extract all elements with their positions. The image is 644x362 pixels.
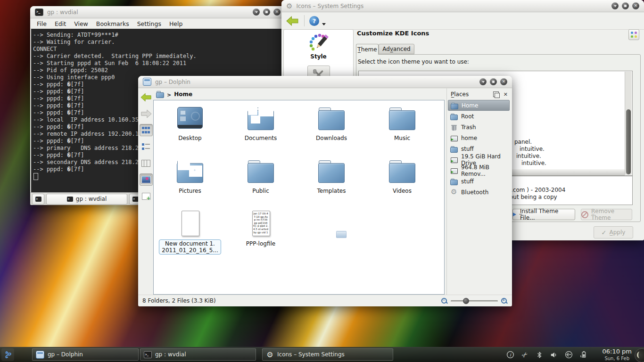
menu-item[interactable]: Edit xyxy=(55,20,66,27)
apply-button[interactable]: ✓ A̲pply xyxy=(594,226,633,239)
file-item[interactable]: Downloads xyxy=(296,103,367,156)
scrollbar[interactable] xyxy=(625,72,632,175)
dolphin-toolbar xyxy=(139,91,153,202)
minimize-button[interactable] xyxy=(611,2,619,9)
terminal-line: --> Carrier detected. Starting PPP immed… xyxy=(33,53,282,60)
dolphin-title: gp – Dolphin xyxy=(155,79,479,85)
file-item[interactable]: Pictures xyxy=(155,156,225,209)
app-launcher-button[interactable] xyxy=(1,348,14,361)
help-button[interactable] xyxy=(309,16,319,26)
close-button[interactable]: ✕ xyxy=(273,8,281,16)
close-panel-icon[interactable]: ✕ xyxy=(504,91,508,98)
panel-cashew-icon[interactable] xyxy=(635,348,644,362)
close-button[interactable]: ✕ xyxy=(500,78,507,85)
detach-panel-icon[interactable] xyxy=(493,91,499,97)
file-item[interactable]: Desktop xyxy=(155,103,225,156)
places-header[interactable]: P̲laces ✕ xyxy=(447,89,511,100)
file-item[interactable]: Public xyxy=(225,156,296,209)
dolphin-icon xyxy=(143,78,151,86)
file-item[interactable]: Templates xyxy=(296,156,367,209)
place-icon xyxy=(451,102,458,109)
file-label: Templates xyxy=(314,187,348,195)
konsole-tab[interactable]: gp : wvdial xyxy=(46,194,127,205)
home-folder-icon[interactable] xyxy=(156,91,164,98)
minimize-button[interactable] xyxy=(479,78,487,85)
checkmark-icon: ✓ xyxy=(602,229,607,236)
menu-item[interactable]: Settings xyxy=(137,20,161,27)
scrollbar-thumb[interactable] xyxy=(626,109,631,174)
tab-theme[interactable]: T̲heme xyxy=(356,44,379,55)
preview-icon xyxy=(141,176,151,183)
folder-view[interactable]: Desktop Documents Downloads Music Pictur… xyxy=(153,100,445,295)
icons-view-button[interactable] xyxy=(140,124,153,136)
place-item[interactable]: Home xyxy=(448,100,510,111)
usb-device-icon[interactable] xyxy=(564,351,573,359)
theme-description-line: out being a copy xyxy=(510,194,557,200)
taskbar-task[interactable]: gp – Dolphin xyxy=(32,348,139,361)
place-item[interactable]: home xyxy=(447,132,511,143)
system-settings-toolbar xyxy=(281,12,644,30)
clock[interactable]: 06:10 pm Sun, 6 Feb xyxy=(602,348,632,362)
install-theme-file-button[interactable]: I̲nstall Theme File... xyxy=(512,209,575,220)
dolphin-titlebar[interactable]: gp – Dolphin ✕ xyxy=(138,76,512,88)
menu-item[interactable]: Bookmarks xyxy=(96,20,129,27)
minimize-button[interactable] xyxy=(253,8,260,16)
taskbar-task[interactable]: Icons – System Settings xyxy=(262,348,393,361)
breadcrumb-home[interactable]: Home xyxy=(174,91,192,98)
menu-item[interactable]: View xyxy=(74,20,88,27)
dolphin-window: gp – Dolphin ✕ Home xyxy=(138,76,512,306)
taskbar-task[interactable]: gp : wvdial xyxy=(140,348,256,361)
details-view-icon xyxy=(142,143,150,150)
place-item[interactable]: Bluetooth xyxy=(447,187,511,197)
preview-button[interactable] xyxy=(140,173,153,186)
konsole-titlebar[interactable]: gp : wvdial ✕ xyxy=(30,6,285,18)
columns-view-button[interactable] xyxy=(140,157,153,169)
system-settings-titlebar[interactable]: ⚙ Icons – System Settings ✕ xyxy=(281,0,644,12)
zoom-out-icon[interactable]: − xyxy=(441,297,448,304)
zoom-slider[interactable] xyxy=(451,297,498,304)
menu-item[interactable]: Help xyxy=(169,20,183,27)
task-icon xyxy=(266,351,274,359)
info-icon[interactable]: i xyxy=(506,351,514,359)
maximize-button[interactable] xyxy=(263,8,270,16)
theme-list-text: intuitive. xyxy=(520,146,545,152)
zoom-in-icon[interactable]: + xyxy=(501,297,508,304)
file-item[interactable]: Jan 17 09:4 7:18 gp-Asp ire-5738 pp pd[1… xyxy=(225,209,296,262)
overview-grid-button[interactable] xyxy=(628,29,639,40)
place-item[interactable]: Root xyxy=(447,111,511,122)
place-item[interactable]: 964.8 MiB Remov... xyxy=(447,165,511,176)
zoom-slider-handle[interactable] xyxy=(463,298,469,304)
maximize-button[interactable] xyxy=(490,78,497,85)
back-arrow-icon xyxy=(140,93,152,102)
battery-icon[interactable] xyxy=(579,351,587,359)
file-item[interactable]: Music xyxy=(367,103,438,156)
close-button[interactable]: ✕ xyxy=(632,2,639,9)
remove-theme-button[interactable]: R̲emove Theme xyxy=(581,209,632,220)
terminal-line: --> Sending: ATDT*99***1# xyxy=(33,32,282,39)
details-view-button[interactable] xyxy=(140,140,153,153)
split-view-button[interactable] xyxy=(140,190,153,202)
tab-advanced[interactable]: Adv̲anced xyxy=(379,44,414,54)
klipper-scissors-icon[interactable]: ✂ xyxy=(520,351,529,359)
file-label: Pictures xyxy=(176,187,204,195)
bluetooth-icon[interactable] xyxy=(535,351,544,359)
menu-item[interactable]: File xyxy=(37,20,47,27)
clock-time: 06:10 pm xyxy=(602,348,632,355)
file-label: Public xyxy=(249,187,272,195)
file-item[interactable]: Videos xyxy=(367,156,438,209)
new-tab-button[interactable] xyxy=(32,194,44,205)
place-icon xyxy=(450,156,458,164)
place-item[interactable]: Trash xyxy=(447,122,511,132)
back-button[interactable] xyxy=(140,91,153,103)
place-item[interactable]: stuff xyxy=(447,176,511,187)
place-icon xyxy=(450,178,458,185)
terminal-line: --> Pid of pppd: 25082 xyxy=(33,67,282,74)
forward-button[interactable] xyxy=(140,107,153,120)
file-item[interactable]: New document 1. 2011_01_20_16_5... xyxy=(155,209,225,262)
file-item[interactable]: Documents xyxy=(225,103,296,156)
volume-icon[interactable] xyxy=(550,351,558,359)
back-button[interactable] xyxy=(285,15,299,26)
chevron-down-icon[interactable] xyxy=(322,23,326,25)
sidebar-item-style[interactable]: Style xyxy=(308,33,329,60)
maximize-button[interactable] xyxy=(622,2,629,9)
